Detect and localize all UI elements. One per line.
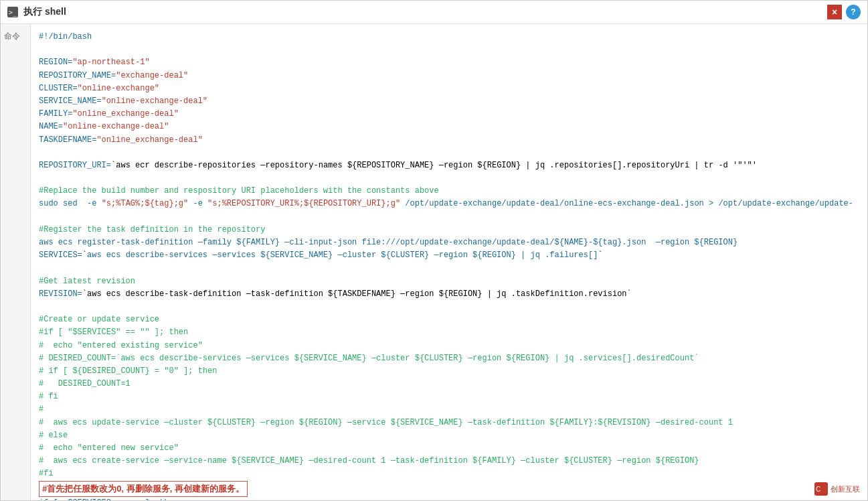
comment-register: #Register the task definition in the rep… [39,224,859,236]
blank-3 [39,172,859,185]
revision-cmd: REVISION=`aws ecs describe-task-definiti… [39,288,859,301]
var-taskdef: TASKDEFNAME="online_exchange-deal" [39,134,859,147]
highlight-box-1: #首先把任服数改为0, 再删除服务, 再创建新的服务。 [39,481,248,498]
title-left: >_ 执行 shell [7,6,66,18]
window-title: 执行 shell [23,6,66,18]
comment-desired-count: # DESIRED_COUNT=`aws ecs describe-servic… [39,352,859,365]
var-name: NAME="online-exchange-deal" [39,121,859,133]
title-right: × ? [827,5,861,19]
var-repo-name: REPOSITORY_NAME="exchange-deal" [39,70,859,82]
code-editor[interactable]: #!/bin/bash REGION="ap-northeast-1" REPO… [31,24,867,500]
logo-text: 创新互联 [831,484,860,494]
comment-fi-desired: # fi [39,390,859,403]
svg-text:>_: >_ [9,9,17,17]
blank-2 [39,147,859,159]
content-area: 命令 #!/bin/bash REGION="ap-northeast-1" R… [1,24,867,500]
var-cluster: CLUSTER="online-exchange" [39,82,859,95]
command-label: 命令 [4,31,20,41]
comment-create-update: #Create or update service [39,313,859,326]
comment-echo-new: # echo "entered new service" [39,442,859,455]
comment-update-service: # aws ecs update-service —cluster ${CLUS… [39,417,859,429]
blank-1 [39,44,859,56]
comment-replace: #Replace the build number and respositor… [39,185,859,198]
blank-5 [39,262,859,275]
blank-4 [39,211,859,224]
highlight-line-1: #首先把任服数改为0, 再删除服务, 再创建新的服务。 [39,481,859,498]
comment-else: # else [39,429,859,442]
comment-if-desired: # if [ ${DESIRED_COUNT} = "0" ]; then [39,365,859,378]
var-region: REGION="ap-northeast-1" [39,56,859,69]
help-button[interactable]: ? [846,5,861,19]
register-cmd: aws ecs register-task-definition —family… [39,236,859,249]
shebang-line: #!/bin/bash [39,31,859,44]
sed-cmd: sudo sed -e "s;%TAG%;${tag};g" -e "s;%RE… [39,198,859,210]
shell-window: >_ 执行 shell × ? 命令 #!/bin/bash REGION="a… [0,0,868,501]
if-check-commented: #if [ "$SERVICES" == "" ]; then [39,326,859,339]
blank-6 [39,301,859,313]
logo-area: C 创新互联 [814,482,860,496]
comment-create-service: # aws ecs create-service —service-name $… [39,455,859,468]
comment-fi2: #fi [39,468,859,480]
if-services: if [ $SERVICES == ]; then [39,497,859,500]
logo-icon: C [814,482,828,496]
services-cmd: SERVICES=`aws ecs describe-services —ser… [39,249,859,262]
svg-text:C: C [816,486,820,493]
comment-echo-existing: # echo "entered existing service" [39,340,859,352]
var-service-name: SERVICE_NAME="online-exchange-deal" [39,95,859,108]
command-label-col: 命令 [1,24,31,500]
close-button[interactable]: × [827,5,842,19]
comment-revision: #Get latest revision [39,275,859,288]
comment-hash: # [39,403,859,416]
shell-icon: >_ [7,7,18,17]
repo-uri-line: REPOSITORY_URI=`aws ecr describe-reposit… [39,159,859,172]
var-family: FAMILY="online_exchange-deal" [39,108,859,121]
comment-desired-set: # DESIRED_COUNT=1 [39,378,859,390]
title-bar: >_ 执行 shell × ? [1,1,867,24]
